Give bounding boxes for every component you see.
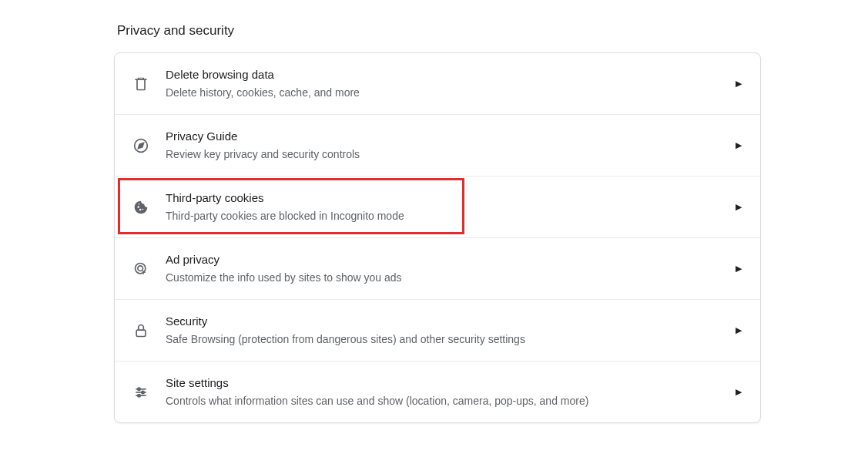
row-title: Security [166, 313, 723, 330]
svg-point-9 [142, 391, 144, 393]
svg-rect-4 [136, 330, 146, 336]
settings-card: Delete browsing data Delete history, coo… [114, 52, 761, 423]
row-title: Privacy Guide [166, 128, 723, 145]
row-subtitle: Delete history, cookies, cache, and more [166, 84, 723, 101]
privacy-section: Privacy and security Delete browsing dat… [114, 23, 761, 423]
row-delete-browsing-data[interactable]: Delete browsing data Delete history, coo… [115, 53, 760, 115]
row-subtitle: Controls what information sites can use … [166, 392, 723, 409]
row-text: Delete browsing data Delete history, coo… [166, 66, 723, 101]
row-title: Third-party cookies [166, 190, 723, 207]
row-subtitle: Safe Browsing (protection from dangerous… [166, 331, 723, 348]
row-text: Third-party cookies Third-party cookies … [166, 190, 723, 224]
lock-icon [133, 323, 149, 338]
row-ad-privacy[interactable]: Ad privacy Customize the info used by si… [115, 238, 760, 300]
row-title: Site settings [166, 375, 723, 392]
row-subtitle: Customize the info used by sites to show… [166, 269, 723, 286]
chevron-right-icon: ▶ [736, 325, 742, 335]
section-title: Privacy and security [114, 23, 761, 39]
svg-point-10 [138, 394, 140, 396]
row-title: Delete browsing data [166, 66, 723, 83]
row-title: Ad privacy [166, 251, 723, 268]
row-security[interactable]: Security Safe Browsing (protection from … [115, 300, 760, 362]
compass-icon [133, 138, 149, 153]
row-text: Security Safe Browsing (protection from … [166, 313, 723, 348]
chevron-right-icon: ▶ [736, 79, 742, 89]
target-cursor-icon [133, 261, 149, 277]
svg-point-8 [138, 388, 140, 390]
chevron-right-icon: ▶ [736, 264, 742, 274]
chevron-right-icon: ▶ [736, 387, 742, 397]
trash-icon [133, 76, 149, 92]
sliders-icon [133, 385, 149, 400]
svg-marker-1 [138, 143, 143, 148]
row-site-settings[interactable]: Site settings Controls what information … [115, 362, 760, 422]
svg-point-3 [138, 265, 143, 271]
chevron-right-icon: ▶ [736, 140, 742, 150]
row-third-party-cookies[interactable]: Third-party cookies Third-party cookies … [115, 177, 760, 238]
row-text: Privacy Guide Review key privacy and sec… [166, 128, 723, 163]
chevron-right-icon: ▶ [736, 202, 742, 212]
row-subtitle: Third-party cookies are blocked in Incog… [166, 207, 723, 224]
row-privacy-guide[interactable]: Privacy Guide Review key privacy and sec… [115, 115, 760, 177]
cookie-icon [133, 200, 149, 215]
row-text: Ad privacy Customize the info used by si… [166, 251, 723, 286]
row-subtitle: Review key privacy and security controls [166, 146, 723, 163]
row-text: Site settings Controls what information … [166, 375, 723, 409]
